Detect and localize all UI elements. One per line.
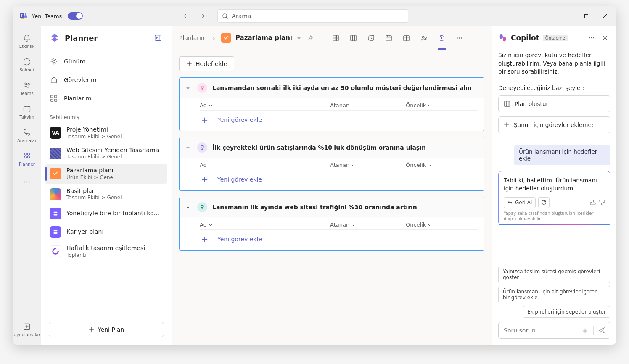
thumbs-up-button[interactable] [590, 199, 596, 206]
column-assigned[interactable]: Atanan [330, 162, 406, 168]
apps-icon [22, 322, 32, 332]
svg-point-12 [29, 182, 30, 183]
svg-point-33 [457, 37, 458, 38]
column-name[interactable]: Ad [200, 222, 330, 228]
plan-item[interactable]: VA Proje YönetimiTasarım Ekibi > Genel [45, 123, 167, 143]
new-teams-toggle[interactable] [68, 12, 83, 20]
plan-title: Pazarlama planı [235, 34, 292, 42]
copilot-input[interactable]: + [498, 322, 610, 339]
add-goal-button[interactable]: Hedef ekle [179, 56, 234, 71]
app-title: Yeni Teams [32, 13, 62, 19]
search-input[interactable]: Arama [217, 9, 408, 23]
sidebar-expand-button[interactable] [152, 32, 164, 44]
copilot-more-button[interactable] [586, 32, 597, 43]
plan-item-active[interactable]: Pazarlama planıÜrün Ekibi > Genel [45, 164, 167, 184]
plan-item[interactable]: Basit planTasarım Ekibi > Genel [45, 184, 167, 205]
rail-chat[interactable]: Sohbet [13, 53, 41, 76]
column-name[interactable]: Ad [200, 102, 330, 108]
copilot-input-field[interactable] [504, 327, 577, 334]
new-plan-button[interactable]: Yeni Plan [49, 322, 164, 337]
goal-card: Lansmanın ilk ayında web sitesi trafiğin… [179, 197, 484, 251]
plan-item[interactable]: Kariyer planı [45, 223, 167, 241]
breadcrumb-root[interactable]: Planlarım [179, 34, 207, 41]
plan-item[interactable]: Web Sitesini Yeniden TasarlamaTasarım Ek… [45, 143, 167, 164]
rail-more[interactable] [13, 171, 41, 193]
view-timeline-button[interactable] [365, 32, 377, 44]
column-name[interactable]: Ad [200, 162, 330, 168]
svg-point-11 [26, 182, 28, 183]
svg-point-31 [425, 37, 427, 38]
view-grid-button[interactable] [330, 32, 342, 44]
chevron-down-icon[interactable] [185, 145, 192, 150]
plan-sub: Tasarım Ekibi > Genel [66, 195, 122, 201]
titlebar: T Yeni Teams Arama [13, 6, 616, 26]
refresh-icon [541, 200, 547, 205]
regenerate-button[interactable] [538, 197, 550, 208]
pin-icon[interactable] [307, 35, 313, 41]
grid-icon [50, 94, 58, 103]
nav-my-tasks[interactable]: Görevlerim [45, 71, 167, 89]
view-charts-button[interactable] [401, 32, 412, 44]
rail-calendar[interactable]: Takvim [13, 100, 41, 123]
add-task-plus-button[interactable]: + [200, 115, 210, 125]
plan-item[interactable]: Haftalık tasarım eşitlemesiToplantı [45, 241, 167, 262]
add-task-button[interactable]: Yeni görev ekle [217, 236, 262, 243]
add-task-plus-button[interactable]: + [200, 174, 210, 185]
plan-sub: Tasarım Ekibi > Genel [66, 134, 122, 140]
chevron-down-icon[interactable] [185, 85, 192, 90]
copilot-suggestion-add-tasks[interactable]: Şunun için görevler ekleme: [498, 116, 610, 133]
rail-planner[interactable]: Planner [13, 147, 41, 170]
thumbs-down-button[interactable] [599, 199, 605, 206]
column-assigned[interactable]: Atanan [330, 102, 406, 108]
rail-apps[interactable]: Uygulamalar [13, 318, 41, 340]
plus-icon [504, 122, 510, 128]
svg-rect-19 [55, 99, 57, 101]
undo-button[interactable]: Geri Al [504, 197, 536, 208]
nav-my-day[interactable]: Günüm [45, 52, 167, 71]
window-minimize-button[interactable] [558, 9, 577, 23]
rail-label: Planner [19, 162, 35, 166]
view-schedule-button[interactable] [383, 32, 395, 44]
view-goals-button[interactable] [436, 32, 448, 44]
chevron-down-icon [428, 163, 432, 167]
rail-teams[interactable]: Teams [13, 76, 41, 99]
trophy-icon [197, 202, 207, 212]
add-task-plus-button[interactable]: + [200, 234, 210, 244]
undo-icon [507, 200, 513, 205]
add-task-button[interactable]: Yeni görev ekle [217, 176, 262, 183]
nav-back-button[interactable] [180, 10, 191, 22]
copilot-suggestion-create-plan[interactable]: Plan oluştur [498, 95, 610, 112]
home-icon [50, 76, 58, 84]
column-priority[interactable]: Öncelik [406, 222, 432, 228]
copilot-chip[interactable]: Ürün lansmanı için alt görevler içeren b… [498, 286, 610, 303]
column-assigned[interactable]: Atanan [330, 222, 406, 228]
svg-point-30 [423, 36, 425, 38]
teams-logo-icon: T [19, 12, 28, 20]
view-board-button[interactable] [348, 32, 359, 44]
more-options-button[interactable] [454, 32, 465, 44]
svg-point-15 [53, 60, 55, 63]
nav-forward-button[interactable] [197, 10, 209, 22]
rail-label: Takvim [20, 115, 34, 119]
rail-activity[interactable]: Etkinlik [13, 29, 41, 52]
chevron-down-icon[interactable] [185, 205, 192, 210]
copilot-attach-button[interactable]: + [580, 326, 590, 335]
copilot-chip[interactable]: Ekip rolleri için sepetler oluştur [523, 306, 610, 318]
bell-icon [22, 33, 32, 43]
copilot-chip[interactable]: Yalnızca teslim süresi geçmiş görevleri … [498, 266, 610, 283]
plan-name: Proje Yönetimi [66, 126, 122, 134]
rail-calls[interactable]: Aramalar [13, 124, 41, 146]
nav-my-plans[interactable]: Planlarım [45, 89, 167, 108]
view-people-button[interactable] [418, 32, 430, 44]
plan-dropdown-button[interactable] [296, 35, 301, 40]
window-maximize-button[interactable] [577, 9, 595, 23]
plan-item[interactable]: Yöneticiyle bire bir toplantı konuları [45, 204, 167, 223]
window-close-button[interactable] [595, 9, 614, 23]
column-priority[interactable]: Öncelik [406, 162, 432, 168]
nav-label: Günüm [64, 58, 85, 65]
column-priority[interactable]: Öncelik [406, 102, 432, 108]
calendar-icon [22, 104, 32, 114]
copilot-send-button[interactable] [597, 324, 607, 336]
add-task-button[interactable]: Yeni görev ekle [217, 116, 262, 123]
copilot-close-button[interactable] [600, 32, 610, 43]
